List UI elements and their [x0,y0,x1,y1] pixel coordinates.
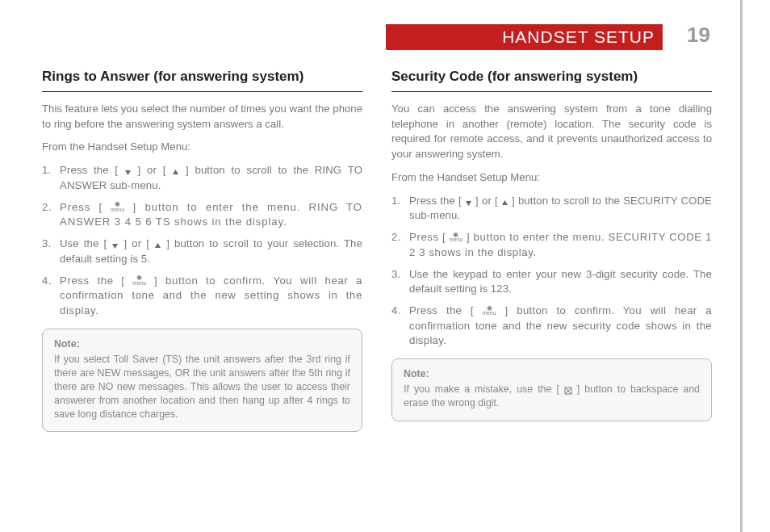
left-step-2: Press [ ◉menu ] button to enter the menu… [42,200,362,230]
right-heading: Security Code (for answering system) [391,68,712,92]
svg-marker-0 [125,170,131,175]
left-from-line: From the Handset Setup Menu: [42,140,362,155]
down-icon [124,165,132,176]
up-icon [154,239,161,249]
step-text: ] or [ [132,164,172,176]
cancel-icon [564,385,572,395]
step-text: Press the [ [409,195,465,207]
step-text: Press [ [60,201,111,213]
down-icon [465,196,472,207]
right-step-2: Press [ ◉menu ] button to enter the menu… [391,230,712,260]
left-heading: Rings to Answer (for answering system) [42,68,362,92]
step-text: Use the [ [60,237,111,249]
menu-icon: ◉menu [450,232,463,242]
left-note: Note: If you select Toll Saver (TS) the … [42,329,362,433]
down-icon [111,239,119,249]
note-label: Note: [54,337,350,351]
left-column: Rings to Answer (for answering system) T… [42,68,362,432]
up-icon [172,165,179,176]
svg-marker-1 [173,170,178,174]
step-text: Press [ [409,231,450,243]
menu-icon: ◉menu [132,274,146,285]
right-step-1: Press the [ ] or [ ] button to scroll to… [391,194,712,224]
step-text: Press the [ [409,304,483,316]
right-steps: Press the [ ] or [ ] button to scroll to… [391,194,712,350]
right-intro: You can access the answering system from… [391,102,712,162]
page-guide-bar [740,0,743,532]
svg-marker-5 [502,200,508,205]
note-text: If you make a mistake, use the [ [404,383,564,395]
left-step-1: Press the [ ] or [ ] button to scroll to… [42,163,362,193]
step-text: ] or [ [119,237,154,249]
section-title-bar: HANDSET SETUP [386,24,663,50]
step-text: ] or [ [472,195,501,207]
right-note: Note: If you make a mistake, use the [ ]… [391,358,712,421]
svg-marker-2 [112,244,118,249]
left-step-3: Use the [ ] or [ ] button to scroll to y… [42,237,362,266]
right-column: Security Code (for answering system) You… [391,68,712,432]
menu-icon: ◉menu [111,201,124,212]
right-step-4: Press the [ ◉menu ] button to confirm. Y… [391,304,712,349]
note-text: If you select Toll Saver (TS) the unit a… [54,354,350,420]
note-label: Note: [404,367,700,381]
svg-marker-3 [155,243,161,248]
header: HANDSET SETUP 19 [0,24,770,50]
right-from-line: From the Handset Setup Menu: [391,170,712,186]
left-intro: This feature lets you select the number … [42,102,362,132]
section-title: HANDSET SETUP [502,27,655,47]
svg-marker-4 [466,201,471,206]
page-number: 19 [687,23,710,48]
right-step-3: Use the keypad to enter your new 3-digit… [391,267,712,297]
menu-icon: ◉menu [483,305,496,316]
step-text: Press the [ [60,274,132,287]
up-icon [501,196,508,207]
left-step-4: Press the [ ◉menu ] button to confirm. Y… [42,274,362,319]
step-text: Press the [ [60,164,124,176]
step-text: Use the keypad to enter your new 3-digit… [409,268,712,295]
left-steps: Press the [ ] or [ ] button to scroll to… [42,163,362,319]
content: Rings to Answer (for answering system) T… [42,68,712,432]
